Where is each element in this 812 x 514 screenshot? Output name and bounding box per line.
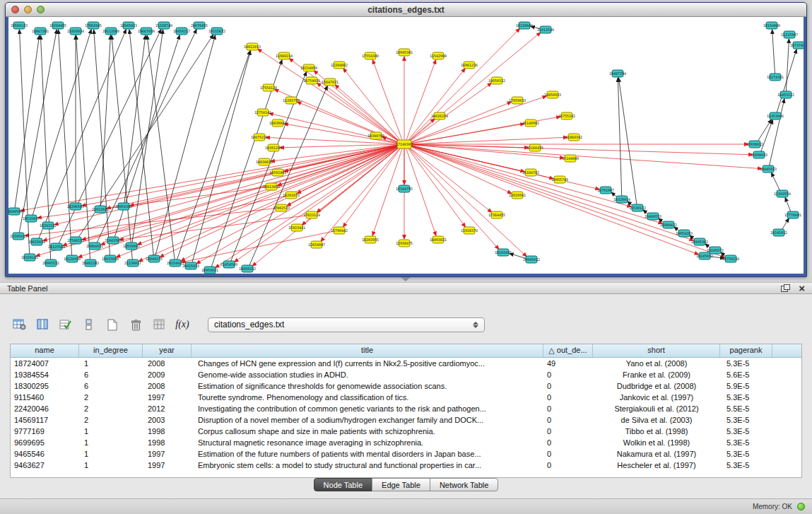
column-header-in_degree[interactable]: in_degree [79, 344, 143, 357]
table-row[interactable]: 2242004622012Investigating the contribut… [11, 403, 801, 414]
window-controls [11, 6, 45, 13]
graph-edge [785, 197, 791, 212]
float-panel-icon[interactable] [781, 284, 790, 292]
graph-node-label: 21054509 [220, 262, 237, 267]
cell-year: 2003 [143, 414, 192, 426]
window-title-bar[interactable]: citations_edges.txt [6, 3, 806, 17]
column-header-short[interactable]: short [593, 344, 720, 357]
function-builder-icon[interactable]: f(x) [173, 316, 192, 333]
graph-edge [258, 49, 401, 143]
cell-short: Nakamura et al. (1997) [593, 448, 720, 460]
fx-label: f(x) [175, 319, 189, 330]
table-row[interactable]: 1456911722003Disruption of a novel membe… [11, 414, 801, 426]
zoom-window-icon[interactable] [37, 6, 45, 13]
table-selector-dropdown[interactable]: citations_edges.txt [208, 317, 485, 332]
row-height-icon[interactable] [80, 316, 98, 333]
cell-in_degree: 1 [79, 448, 143, 460]
graph-edge [33, 30, 91, 216]
column-header-out_degree[interactable]: △ out_de... [543, 344, 593, 357]
graph-node-label: 19320145 [21, 255, 38, 259]
graph-node-label: 21043568 [105, 238, 122, 243]
graph-node-label: 14750218 [722, 257, 739, 261]
graph-edge [407, 69, 465, 142]
table-row[interactable]: 1830029562008Estimation of significance … [11, 380, 801, 392]
graph-node-label: 10830621 [256, 160, 273, 164]
cell-out_degree: 0 [543, 437, 593, 448]
graph-edge [758, 119, 772, 142]
table-row[interactable]: 946554611997Estimation of the future num… [11, 448, 801, 460]
graph-node-label: 20125508 [48, 245, 65, 249]
cell-name: 9465546 [11, 448, 79, 460]
dropdown-arrows-icon [473, 322, 478, 328]
cell-title: Disruption of a novel member of a sodium… [192, 414, 543, 426]
cell-pagerank: 5.3E-5 [720, 460, 772, 471]
status-bar: Memory: OK [0, 498, 812, 514]
column-header-year[interactable]: year [143, 344, 192, 357]
cell-out_degree: 0 [543, 380, 593, 392]
graph-node-label: 17554300 [362, 54, 379, 58]
graph-edge [782, 218, 789, 230]
graph-edge [19, 30, 57, 233]
table-row[interactable]: 1938455462009Genome-wide association stu… [11, 369, 801, 380]
graph-node-label: 18103455 [495, 250, 512, 255]
column-header-pagerank[interactable]: pagerank [720, 344, 772, 357]
graph-node-label: 20945012 [523, 257, 540, 262]
graph-node-label: 15647021 [322, 80, 339, 84]
graph-node-label: 11453046 [767, 114, 784, 118]
graph-node-label: 16626154 [431, 114, 448, 118]
cell-pagerank: 5.5E-5 [720, 403, 772, 414]
graph-edge [192, 51, 251, 263]
graph-node-label: 16453112 [777, 93, 794, 97]
cell-out_degree: 0 [543, 460, 593, 471]
minimize-window-icon[interactable] [24, 6, 32, 13]
graph-edge [407, 146, 499, 250]
close-window-icon[interactable] [11, 6, 19, 13]
graph-node-label: 17823114 [303, 213, 320, 217]
node-table: namein_degreeyeartitle△ out_de...shortpa… [10, 344, 802, 478]
close-panel-icon[interactable]: × [799, 284, 805, 292]
column-header-name[interactable]: name [11, 344, 79, 357]
trash-icon[interactable] [126, 316, 145, 333]
table-settings-icon[interactable] [10, 316, 28, 333]
table-row[interactable]: 1872400712008Changes of HCN gene express… [11, 358, 801, 369]
cell-year: 2008 [143, 380, 192, 392]
graph-node-label: 11542908 [430, 54, 447, 58]
panel-collapse-handle[interactable] [401, 277, 411, 281]
graph-edge [147, 35, 175, 260]
cell-in_degree: 2 [79, 392, 143, 403]
network-window: citations_edges.txt 17240307189453011755… [5, 2, 807, 277]
citation-network-graph[interactable]: 1724030718945301175543001220486216754031… [8, 17, 804, 274]
graph-node-label: 18945023 [120, 23, 137, 28]
network-canvas[interactable]: 1724030718945301175543001220486216754031… [8, 17, 804, 274]
graph-edge [82, 145, 400, 206]
table-row[interactable]: 969969511998Structural magnetic resonanc… [11, 437, 801, 448]
table-row[interactable]: 911546021997Tourette syndrome. Phenomeno… [11, 392, 801, 403]
cell-title: Estimation of the future numbers of pati… [192, 448, 543, 460]
tab-edge-table[interactable]: Edge Table [372, 478, 430, 491]
graph-node-label: 20415033 [182, 264, 199, 268]
graph-node-label: 15938012 [746, 142, 763, 146]
table-row[interactable]: 977716911998Corpus callosum shape and si… [11, 426, 801, 437]
tab-node-table[interactable]: Node Table [314, 478, 372, 491]
graph-edge [297, 102, 400, 143]
cell-filler [772, 414, 801, 426]
graph-node-label: 21050934 [67, 29, 84, 33]
graph-node-label: 13820561 [509, 193, 526, 197]
graph-node-label: 19245012 [770, 230, 787, 235]
import-table-icon[interactable] [150, 316, 168, 333]
tab-network-table[interactable]: Network Table [430, 478, 499, 491]
new-file-icon[interactable] [103, 316, 122, 333]
graph-edge [772, 30, 775, 74]
table-header-row: namein_degreeyeartitle△ out_de...shortpa… [11, 344, 801, 358]
graph-node-label: 18203955 [362, 238, 379, 242]
select-rows-icon[interactable] [57, 316, 75, 333]
graph-node-label: 15923441 [288, 226, 305, 230]
table-row[interactable]: 946362711997Embryonic stem cells: a mode… [11, 460, 801, 471]
show-columns-icon[interactable] [33, 316, 52, 333]
column-header-title[interactable]: title [192, 344, 543, 357]
cell-year: 1997 [143, 460, 192, 471]
graph-edge [112, 35, 133, 260]
graph-node-label: 20154033 [167, 261, 184, 265]
cell-year: 2009 [143, 369, 192, 380]
cell-name: 22420046 [11, 403, 79, 414]
